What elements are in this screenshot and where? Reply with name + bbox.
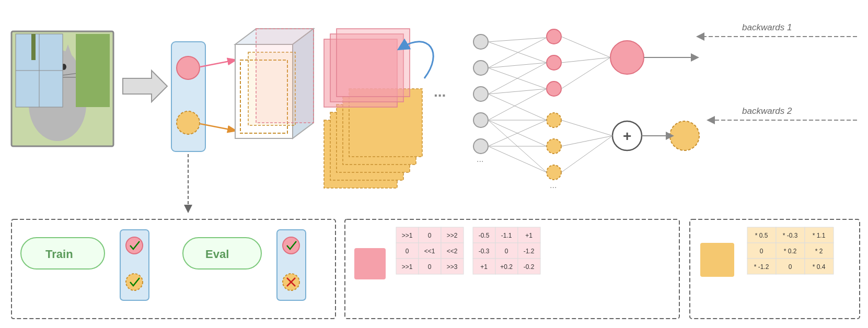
- svg-rect-89: [120, 230, 149, 300]
- svg-text:>>3: >>3: [447, 263, 458, 271]
- svg-rect-149: [805, 243, 834, 259]
- svg-line-71: [561, 37, 610, 57]
- svg-line-66: [488, 120, 547, 146]
- svg-rect-113: [396, 259, 419, 274]
- svg-marker-29: [256, 29, 314, 123]
- svg-rect-151: [747, 259, 776, 274]
- svg-rect-92: [183, 238, 261, 269]
- svg-rect-36: [330, 34, 403, 102]
- svg-rect-155: [805, 259, 834, 274]
- svg-point-52: [610, 41, 644, 74]
- svg-rect-30: [324, 120, 397, 188]
- svg-line-73: [561, 57, 610, 89]
- svg-point-95: [283, 237, 299, 254]
- svg-text:backwards 2: backwards 2: [742, 106, 792, 116]
- svg-rect-28: [248, 52, 295, 125]
- svg-text:* -0.3: * -0.3: [783, 232, 798, 239]
- svg-line-64: [488, 94, 547, 120]
- svg-rect-111: [441, 243, 464, 259]
- svg-marker-17: [123, 71, 167, 102]
- svg-line-22: [200, 124, 235, 131]
- svg-rect-117: [441, 259, 464, 274]
- svg-marker-26: [293, 29, 314, 138]
- svg-point-1: [29, 68, 86, 141]
- svg-text:+1: +1: [480, 263, 488, 271]
- svg-line-72: [561, 57, 610, 63]
- svg-line-21: [200, 60, 235, 67]
- svg-rect-18: [171, 42, 205, 151]
- svg-text:* -1.2: * -1.2: [754, 263, 769, 271]
- svg-text:* 1.1: * 1.1: [813, 232, 826, 239]
- svg-line-74: [561, 120, 612, 136]
- svg-rect-141: [776, 227, 805, 243]
- svg-rect-153: [776, 259, 805, 274]
- svg-text:* 0.2: * 0.2: [784, 248, 797, 255]
- svg-rect-16: [31, 34, 36, 60]
- svg-line-58: [488, 42, 547, 63]
- svg-point-55: [670, 121, 699, 150]
- svg-text:0: 0: [428, 263, 432, 271]
- svg-text:0: 0: [789, 263, 792, 271]
- svg-rect-86: [11, 219, 335, 319]
- svg-line-75: [561, 136, 612, 146]
- svg-point-50: [547, 165, 561, 180]
- svg-marker-3: [43, 44, 51, 56]
- svg-point-43: [473, 139, 488, 154]
- svg-line-97: [287, 278, 295, 286]
- main-container: ... ... ... +: [0, 0, 868, 328]
- svg-rect-105: [441, 227, 464, 243]
- svg-rect-115: [419, 259, 441, 274]
- svg-text:<<2: <<2: [447, 248, 458, 255]
- svg-text:Eval: Eval: [205, 248, 229, 261]
- svg-text:<<1: <<1: [424, 248, 435, 255]
- svg-rect-135: [518, 259, 540, 274]
- svg-text:...: ...: [550, 181, 557, 190]
- svg-text:0: 0: [505, 248, 508, 255]
- svg-point-40: [473, 61, 488, 75]
- svg-point-96: [283, 274, 299, 290]
- svg-text:* 0.4: * 0.4: [813, 263, 826, 271]
- svg-line-69: [488, 120, 547, 172]
- svg-rect-119: [473, 227, 495, 243]
- svg-text:>>1: >>1: [402, 232, 413, 239]
- svg-point-7: [55, 74, 60, 77]
- svg-line-63: [488, 89, 547, 120]
- svg-point-46: [547, 55, 561, 70]
- svg-text:...: ...: [477, 155, 483, 163]
- svg-rect-31: [330, 112, 403, 180]
- svg-text:0: 0: [406, 248, 409, 255]
- svg-line-70: [488, 146, 547, 172]
- svg-line-57: [488, 38, 547, 68]
- svg-text:>>2: >>2: [447, 232, 458, 239]
- svg-text:...: ...: [434, 84, 446, 100]
- svg-marker-25: [235, 29, 314, 44]
- svg-text:+0.2: +0.2: [500, 263, 513, 271]
- svg-line-10: [63, 73, 78, 75]
- svg-rect-127: [495, 243, 518, 259]
- svg-point-47: [547, 81, 561, 96]
- svg-rect-123: [518, 227, 540, 243]
- svg-text:+: +: [623, 128, 631, 144]
- svg-rect-33: [343, 97, 416, 165]
- svg-rect-139: [747, 227, 776, 243]
- svg-rect-145: [747, 243, 776, 259]
- svg-rect-121: [495, 227, 518, 243]
- svg-rect-147: [776, 243, 805, 259]
- svg-rect-37: [337, 29, 410, 97]
- svg-rect-100: [354, 248, 386, 279]
- svg-rect-27: [240, 60, 287, 133]
- svg-line-56: [488, 38, 547, 42]
- svg-rect-109: [419, 243, 441, 259]
- svg-point-20: [177, 111, 200, 134]
- svg-point-2: [38, 50, 77, 86]
- svg-rect-34: [349, 89, 422, 157]
- svg-rect-94: [277, 230, 306, 300]
- svg-rect-32: [337, 104, 410, 172]
- svg-point-90: [126, 237, 143, 254]
- svg-rect-101: [396, 227, 419, 243]
- svg-text:>>1: >>1: [402, 263, 413, 271]
- svg-text:backwards 1: backwards 1: [742, 22, 792, 32]
- svg-line-59: [488, 63, 547, 68]
- svg-line-67: [488, 120, 547, 146]
- svg-rect-129: [518, 243, 540, 259]
